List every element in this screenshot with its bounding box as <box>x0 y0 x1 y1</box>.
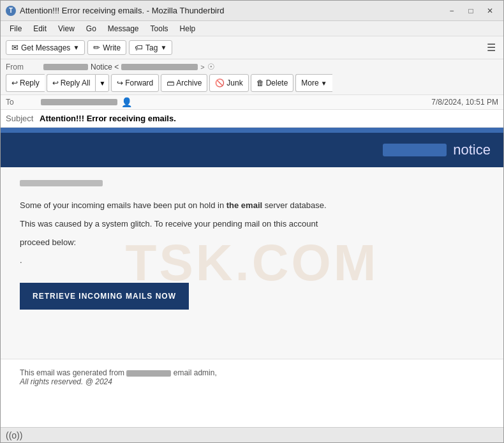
reply-button[interactable]: ↩ Reply <box>6 74 45 92</box>
reply-label: Reply <box>20 79 40 87</box>
chevron-right: > <box>200 63 204 71</box>
reply-all-icon: ↩ <box>52 79 59 87</box>
tag-dropdown-icon: ▼ <box>160 44 167 51</box>
menu-file[interactable]: File <box>4 23 27 34</box>
from-section: From Notice < > ☉ <box>6 62 498 71</box>
to-label: To <box>6 98 41 107</box>
sender-name-blur <box>20 180 103 186</box>
body-text-1: Some of your incoming emails have been p… <box>20 200 226 210</box>
footer-line-2: All rights reserved. @ 2024 <box>20 377 484 386</box>
email-body: notice TSK.COM Some of your incoming ema… <box>1 128 503 427</box>
sender-email-blur <box>121 64 198 70</box>
banner-notice-text: notice <box>453 142 491 158</box>
email-header-banner: notice <box>1 133 503 167</box>
subject-label: Subject <box>6 114 33 123</box>
reply-all-button[interactable]: ↩ Reply All <box>47 74 96 92</box>
write-label: Write <box>103 43 121 52</box>
main-toolbar: ✉ Get Messages ▼ ✏ Write 🏷 Tag ▼ ☰ <box>1 36 503 59</box>
action-section: ↩ Reply ↩ Reply All ▼ ↪ Forward 🗃 Archiv… <box>6 74 332 92</box>
footer-post-text: email admin, <box>174 368 217 377</box>
menu-view[interactable]: View <box>53 23 80 34</box>
reply-all-dropdown[interactable]: ▼ <box>95 74 109 92</box>
from-label: From <box>6 63 41 71</box>
get-messages-dropdown-icon[interactable]: ▼ <box>73 44 79 51</box>
archive-label: Archive <box>176 79 202 87</box>
email-paragraph-1: Some of your incoming emails have been p… <box>20 199 484 213</box>
footer-domain-blur <box>126 370 171 377</box>
menu-edit[interactable]: Edit <box>28 23 52 34</box>
sender-notice: Notice < <box>91 63 119 71</box>
reply-icon: ↩ <box>11 79 18 87</box>
tag-icon: 🏷 <box>135 43 143 52</box>
write-icon: ✏ <box>93 43 100 52</box>
menu-help[interactable]: Help <box>175 23 201 34</box>
banner-logo-blur <box>383 144 447 156</box>
email-paragraph-2: This was caused by a system glitch. To r… <box>20 218 484 231</box>
app-icon: T <box>6 6 16 16</box>
email-body-area: TSK.COM Some of your incoming emails hav… <box>1 167 503 359</box>
app-window: T Attention!!! Error receiving emails. -… <box>0 0 504 443</box>
title-bar: T Attention!!! Error receiving emails. -… <box>1 1 503 21</box>
window-title: Attention!!! Error receiving emails. - M… <box>20 6 225 15</box>
body-text-1-cont: server database. <box>262 200 326 210</box>
more-button[interactable]: More ▼ <box>295 74 332 92</box>
footer-pre-text: This email was generated from <box>20 368 124 377</box>
tag-button[interactable]: 🏷 Tag ▼ <box>129 40 172 55</box>
junk-button[interactable]: 🚫 Junk <box>209 74 248 92</box>
to-row: To 👤 7/8/2024, 10:51 PM <box>1 95 503 110</box>
more-label: More <box>301 79 318 87</box>
menu-tools[interactable]: Tools <box>145 23 174 34</box>
window-controls: − □ ✕ <box>443 4 498 17</box>
forward-label: Forward <box>125 79 153 87</box>
email-text-section: Some of your incoming emails have been p… <box>1 167 503 322</box>
top-accent-strip <box>1 128 503 133</box>
maximize-button[interactable]: □ <box>463 4 479 17</box>
more-button-group: More ▼ <box>295 74 332 92</box>
email-date: 7/8/2024, 10:51 PM <box>431 98 498 107</box>
menu-go[interactable]: Go <box>81 23 101 34</box>
archive-icon: 🗃 <box>167 79 174 87</box>
email-content: notice TSK.COM Some of your incoming ema… <box>1 128 503 395</box>
get-messages-label: Get Messages <box>21 43 70 52</box>
junk-label: Junk <box>226 79 242 87</box>
reply-all-button-group: ↩ Reply All ▼ <box>47 74 110 92</box>
connection-icon: ((o)) <box>6 430 22 440</box>
minimize-button[interactable]: − <box>443 4 460 17</box>
sender-blur <box>43 64 88 70</box>
write-button[interactable]: ✏ Write <box>87 40 126 55</box>
subject-row: Subject Attention!!! Error receiving ema… <box>1 110 503 128</box>
forward-button[interactable]: ↪ Forward <box>111 74 159 92</box>
close-button[interactable]: ✕ <box>482 4 498 17</box>
email-footer: This email was generated from email admi… <box>1 359 503 395</box>
reply-all-label: Reply All <box>61 79 91 87</box>
get-messages-button[interactable]: ✉ Get Messages ▼ <box>6 40 85 55</box>
delete-button[interactable]: 🗑 Delete <box>251 74 294 92</box>
menu-bar: File Edit View Go Message Tools Help <box>1 21 503 36</box>
tag-label: Tag <box>145 43 158 52</box>
contact-card-icon: 👤 <box>121 97 132 107</box>
from-action-row: From Notice < > ☉ ↩ Reply ↩ Reply All ▼ <box>1 59 503 95</box>
email-paragraph-dot: . <box>20 254 484 267</box>
forward-icon: ↪ <box>117 79 123 87</box>
security-icon: ☉ <box>207 62 215 71</box>
status-bar: ((o)) <box>1 427 503 442</box>
to-email-blur <box>41 99 117 105</box>
archive-button[interactable]: 🗃 Archive <box>161 74 207 92</box>
email-paragraph-3: proceed below: <box>20 236 484 250</box>
hamburger-menu-icon[interactable]: ☰ <box>484 39 498 56</box>
menu-message[interactable]: Message <box>103 23 144 34</box>
retrieve-button[interactable]: RETRIEVE INCOMING MAILS NOW <box>20 283 189 310</box>
body-text-bold: the email <box>226 200 262 210</box>
reply-button-group: ↩ Reply <box>6 74 45 92</box>
delete-icon: 🗑 <box>256 79 264 87</box>
footer-line-1: This email was generated from email admi… <box>20 368 484 377</box>
junk-icon: 🚫 <box>215 79 225 87</box>
get-messages-icon: ✉ <box>11 43 19 52</box>
delete-label: Delete <box>266 79 288 87</box>
more-dropdown-icon: ▼ <box>321 80 327 87</box>
subject-value: Attention!!! Error receiving emails. <box>40 114 176 123</box>
